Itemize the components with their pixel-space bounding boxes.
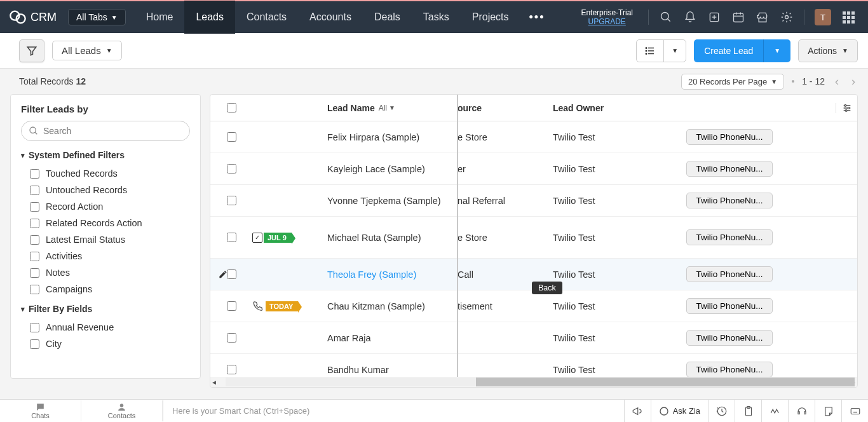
- nav-leads[interactable]: Leads: [184, 1, 235, 34]
- prev-page[interactable]: ‹: [832, 75, 841, 88]
- app-logo[interactable]: CRM: [9, 8, 57, 26]
- next-page[interactable]: ›: [849, 75, 858, 88]
- sticky-icon[interactable]: [815, 400, 841, 423]
- select-all-checkbox[interactable]: [227, 103, 236, 112]
- twilio-button[interactable]: Twilio PhoneNu...: [686, 161, 773, 177]
- row-checkbox[interactable]: [227, 164, 236, 174]
- nav-home[interactable]: Home: [135, 1, 185, 34]
- actions-button[interactable]: Actions ▼: [798, 39, 858, 62]
- row-checkbox[interactable]: [227, 333, 236, 343]
- table-row[interactable]: Yvonne Tjepkema (Sample)nal ReferralTwil…: [210, 185, 857, 217]
- nav-accounts[interactable]: Accounts: [298, 1, 363, 34]
- contacts-tab[interactable]: Contacts: [81, 400, 163, 421]
- filter-checkbox[interactable]: [30, 169, 39, 179]
- filter-checkbox[interactable]: [30, 268, 39, 278]
- table-row[interactable]: Amar RajaTwilio TestTwilio PhoneNu...: [210, 322, 857, 354]
- history-icon[interactable]: [708, 400, 735, 423]
- table-row[interactable]: ✓JUL 9Michael Ruta (Sample)e StoreTwilio…: [210, 217, 857, 259]
- table-row[interactable]: Kayleigh Lace (Sample)erTwilio TestTwili…: [210, 153, 857, 185]
- twilio-button[interactable]: Twilio PhoneNu...: [686, 298, 773, 314]
- filter-item[interactable]: Latest Email Status: [21, 231, 190, 248]
- filter-item[interactable]: Annual Revenue: [21, 319, 190, 336]
- row-checkbox[interactable]: [227, 233, 236, 242]
- add-icon[interactable]: [703, 6, 725, 28]
- filter-group-fields[interactable]: Filter By Fields: [21, 304, 190, 314]
- filter-checkbox[interactable]: [30, 285, 39, 294]
- filter-checkbox[interactable]: [30, 235, 39, 245]
- filter-checkbox[interactable]: [30, 202, 39, 212]
- horizontal-scrollbar[interactable]: ◄ ►: [210, 377, 857, 387]
- smart-chat-hint[interactable]: Here is your Smart Chat (Ctrl+Space): [163, 406, 624, 416]
- filter-checkbox[interactable]: [30, 252, 39, 261]
- row-checkbox[interactable]: [227, 365, 236, 374]
- clipboard-icon[interactable]: [735, 400, 761, 423]
- filter-item[interactable]: Related Records Action: [21, 215, 190, 231]
- filter-item[interactable]: Campaigns: [21, 281, 190, 297]
- zigzag-icon[interactable]: [761, 400, 788, 423]
- filter-item[interactable]: Notes: [21, 264, 190, 281]
- create-lead-button[interactable]: Create Lead ▼: [694, 39, 790, 62]
- th-source[interactable]: ource: [458, 103, 553, 113]
- filter-checkbox[interactable]: [30, 186, 39, 195]
- page-size-select[interactable]: 20 Records Per Page ▼: [681, 74, 784, 90]
- table-row[interactable]: Felix Hirpara (Sample)e StoreTwilio Test…: [210, 121, 857, 153]
- filter-item[interactable]: City: [21, 336, 190, 352]
- twilio-button[interactable]: Twilio PhoneNu...: [686, 330, 773, 346]
- twilio-button[interactable]: Twilio PhoneNu...: [686, 193, 773, 208]
- lead-name[interactable]: Theola Frey (Sample): [327, 269, 416, 280]
- row-checkbox[interactable]: [227, 132, 236, 142]
- th-lead-name[interactable]: Lead Name: [327, 103, 375, 113]
- twilio-button[interactable]: Twilio PhoneNu...: [686, 129, 773, 145]
- column-settings[interactable]: [836, 103, 857, 113]
- apps-icon[interactable]: [837, 6, 859, 28]
- scroll-left-icon[interactable]: ◄: [210, 379, 218, 386]
- filter-item[interactable]: Touched Records: [21, 165, 190, 182]
- twilio-button[interactable]: Twilio PhoneNu...: [686, 266, 773, 282]
- table-row[interactable]: TODAYChau Kitzman (Sample)tisementTwilio…: [210, 290, 857, 322]
- nav-more[interactable]: •••: [520, 11, 554, 24]
- nav-contacts[interactable]: Contacts: [235, 1, 298, 34]
- user-avatar[interactable]: T: [815, 9, 831, 25]
- filter-checkbox[interactable]: [30, 323, 39, 332]
- lead-name[interactable]: Bandhu Kumar: [327, 365, 389, 375]
- th-owner[interactable]: Lead Owner: [553, 103, 680, 113]
- lead-name[interactable]: Kayleigh Lace (Sample): [327, 164, 425, 174]
- nav-projects[interactable]: Projects: [461, 1, 520, 34]
- search-icon[interactable]: [655, 6, 677, 28]
- shortcuts-icon[interactable]: [841, 400, 868, 423]
- lead-name[interactable]: Felix Hirpara (Sample): [327, 132, 419, 142]
- row-checkbox[interactable]: [227, 301, 236, 311]
- pencil-icon[interactable]: [218, 269, 228, 279]
- ask-zia[interactable]: Ask Zia: [651, 400, 708, 423]
- upgrade-link[interactable]: UPGRADE: [588, 17, 626, 26]
- filter-item[interactable]: Record Action: [21, 198, 190, 215]
- nav-deals[interactable]: Deals: [363, 1, 412, 34]
- list-view-button[interactable]: ▼: [636, 39, 686, 62]
- all-tabs-dropdown[interactable]: All Tabs ▼: [68, 9, 126, 25]
- filter-search-input[interactable]: [21, 121, 190, 141]
- bell-icon[interactable]: [679, 6, 701, 28]
- lead-name[interactable]: Chau Kitzman (Sample): [327, 301, 425, 311]
- lead-name[interactable]: Michael Ruta (Sample): [327, 233, 421, 243]
- lead-name[interactable]: Yvonne Tjepkema (Sample): [327, 196, 441, 206]
- column-resize-handle[interactable]: [457, 95, 458, 377]
- row-checkbox[interactable]: [227, 196, 236, 205]
- filter-button[interactable]: [19, 39, 44, 62]
- twilio-button[interactable]: Twilio PhoneNu...: [686, 229, 773, 245]
- twilio-button[interactable]: Twilio PhoneNu...: [686, 362, 773, 378]
- nav-tasks[interactable]: Tasks: [412, 1, 461, 34]
- filter-checkbox[interactable]: [30, 219, 39, 228]
- filter-item[interactable]: Activities: [21, 248, 190, 264]
- filter-item[interactable]: Untouched Records: [21, 182, 190, 198]
- view-selector[interactable]: All Leads ▼: [52, 41, 122, 60]
- gear-icon[interactable]: [776, 6, 797, 28]
- announce-icon[interactable]: [624, 400, 651, 423]
- marketplace-icon[interactable]: [752, 6, 773, 28]
- chats-tab[interactable]: Chats: [0, 400, 81, 421]
- headset-icon[interactable]: [788, 400, 815, 423]
- lead-name[interactable]: Amar Raja: [327, 333, 371, 343]
- filter-group-system[interactable]: System Defined Filters: [21, 150, 190, 160]
- th-all-filter[interactable]: All ▼: [379, 104, 395, 112]
- calendar-icon[interactable]: [728, 6, 749, 28]
- filter-checkbox[interactable]: [30, 339, 39, 349]
